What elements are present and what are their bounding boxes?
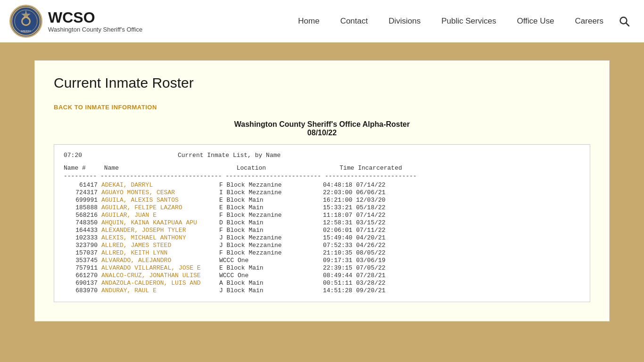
inmate-location: E Block Main xyxy=(219,264,323,272)
col-location-header: Location xyxy=(237,165,336,172)
nav-contact[interactable]: Contact xyxy=(330,16,379,26)
roster-header-title: Washington County Sheriff's Office Alpha… xyxy=(54,120,590,129)
inmate-location: WCCC One xyxy=(219,272,323,279)
inmate-time: 22:03:00 06/06/21 xyxy=(323,189,386,196)
inmate-number: 61417 xyxy=(64,181,101,189)
svg-text:SHERIFF: SHERIFF xyxy=(21,30,31,33)
inmate-number: 157037 xyxy=(64,249,101,256)
inmate-location: J Block Main xyxy=(219,287,323,294)
page-title: Current Inmate Roster xyxy=(54,75,590,91)
inmate-name[interactable]: ALVARADO VILLARREAL, JOSE E xyxy=(101,264,219,272)
main-nav: Home Contact Divisions Public Services O… xyxy=(288,16,635,27)
inmate-name[interactable]: AGUILAR, FELIPE LAZARO xyxy=(101,204,219,211)
inmate-time: 00:51:11 03/28/22 xyxy=(323,280,386,287)
inmate-time: 07:52:33 04/26/22 xyxy=(323,242,386,249)
table-row: 102333ALEXIS, MICHAEL ANTHONYJ Block Mez… xyxy=(64,234,580,241)
inmate-time: 15:49:40 04/20/21 xyxy=(323,234,386,241)
inmate-number: 699991 xyxy=(64,197,101,204)
nav-divisions[interactable]: Divisions xyxy=(378,16,431,26)
roster-box: 07:20 Current Inmate List, by Name Name … xyxy=(54,144,590,302)
tan-divider xyxy=(0,42,644,51)
back-link[interactable]: BACK TO INMATE INFORMATION xyxy=(54,104,157,111)
inmate-name[interactable]: ADEKAI, DARRYL xyxy=(101,181,219,189)
logo-svg: SHERIFF xyxy=(11,6,41,36)
roster-header: Washington County Sheriff's Office Alpha… xyxy=(54,120,590,137)
table-row: 157037ALLRED, KEITH LYNNF Block Mezzanin… xyxy=(64,249,580,256)
inmate-location: A Block Main xyxy=(219,280,323,287)
search-icon xyxy=(619,16,630,27)
roster-separator: --------- ------------------------------… xyxy=(64,173,580,180)
inmate-number: 661270 xyxy=(64,272,101,279)
inmate-location: D Block Main xyxy=(219,219,323,226)
col-num-header: Name # xyxy=(64,165,100,172)
inmate-name[interactable]: ALEXANDER, JOSEPH TYLER xyxy=(101,227,219,234)
inmate-time: 08:49:44 07/28/21 xyxy=(323,272,386,279)
nav-home[interactable]: Home xyxy=(288,16,330,26)
inmate-name[interactable]: ANDURAY, RAUL E xyxy=(101,287,219,294)
inmate-number: 724317 xyxy=(64,189,101,196)
inmate-number: 323790 xyxy=(64,242,101,249)
inmate-name[interactable]: ALVARADO, ALEJANDRO xyxy=(101,257,219,264)
table-row: 185888AGUILAR, FELIPE LAZAROE Block Main… xyxy=(64,204,580,211)
inmate-location: E Block Main xyxy=(219,204,323,211)
inmate-time: 16:21:00 12/03/20 xyxy=(323,197,386,204)
inmate-name[interactable]: ANDAZOLA-CALDERON, LUIS AND xyxy=(101,280,219,287)
inmate-number: 748350 xyxy=(64,219,101,226)
logo-circle: SHERIFF xyxy=(9,5,42,38)
inmate-location: J Block Mezzanine xyxy=(219,234,323,241)
roster-columns: Name # Name Location Time Incarcerated xyxy=(64,165,580,172)
inmate-location: WCCC One xyxy=(219,257,323,264)
site-name: WCSO xyxy=(48,9,142,26)
inmate-location: F Block Mezzanine xyxy=(219,249,323,256)
inmate-location: E Block Main xyxy=(219,197,323,204)
inmate-name[interactable]: ALEXIS, MICHAEL ANTHONY xyxy=(101,234,219,241)
nav-office-use[interactable]: Office Use xyxy=(506,16,564,26)
roster-header-date: 08/10/22 xyxy=(54,129,590,137)
content-card: Current Inmate Roster BACK TO INMATE INF… xyxy=(34,60,610,321)
roster-subtitle xyxy=(86,152,174,159)
inmate-time: 04:48:18 07/14/22 xyxy=(323,181,386,189)
inmate-location: F Block Main xyxy=(219,227,323,234)
inmate-time: 11:18:07 07/14/22 xyxy=(323,212,386,219)
inmate-name[interactable]: AGUILAR, JUAN E xyxy=(101,212,219,219)
table-row: 690137ANDAZOLA-CALDERON, LUIS ANDA Block… xyxy=(64,280,580,287)
site-title: WCSO Washington County Sheriff's Office xyxy=(48,9,142,33)
table-row: 757911ALVARADO VILLARREAL, JOSE EE Block… xyxy=(64,264,580,272)
inmate-location: F Block Mezzanine xyxy=(219,181,323,189)
inmate-name[interactable]: ALLRED, KEITH LYNN xyxy=(101,249,219,256)
inmate-name[interactable]: AHQUIN, KAINA KAAIPUAA APU xyxy=(101,219,219,226)
inmate-time: 14:51:28 09/20/21 xyxy=(323,287,386,294)
inmate-number: 164433 xyxy=(64,227,101,234)
table-row: 353745ALVARADO, ALEJANDROWCCC One09:17:3… xyxy=(64,257,580,264)
inmate-location: F Block Mezzanine xyxy=(219,212,323,219)
inmate-name[interactable]: ANALCO-CRUZ, JONATHAN ULISE xyxy=(101,272,219,279)
table-row: 568216AGUILAR, JUAN EF Block Mezzanine11… xyxy=(64,212,580,219)
inmate-number: 185888 xyxy=(64,204,101,211)
table-row: 683970ANDURAY, RAUL EJ Block Main14:51:2… xyxy=(64,287,580,294)
inmate-time: 15:33:21 05/18/22 xyxy=(323,204,386,211)
col-time-header: Time Incarcerated xyxy=(339,165,402,172)
table-row: 164433ALEXANDER, JOSEPH TYLERF Block Mai… xyxy=(64,227,580,234)
table-row: 323790ALLRED, JAMES STEEDJ Block Mezzani… xyxy=(64,242,580,249)
inmate-number: 690137 xyxy=(64,280,101,287)
inmate-name[interactable]: AGUILA, ALEXIS SANTOS xyxy=(101,197,219,204)
roster-time: 07:20 xyxy=(64,152,82,159)
inmate-name[interactable]: ALLRED, JAMES STEED xyxy=(101,242,219,249)
inmate-time: 21:10:35 08/05/22 xyxy=(323,249,386,256)
inmate-number: 102333 xyxy=(64,234,101,241)
site-header: SHERIFF WCSO Washington County Sheriff's… xyxy=(0,0,644,42)
search-button[interactable] xyxy=(614,16,635,27)
roster-time-line: 07:20 Current Inmate List, by Name xyxy=(64,152,580,159)
roster-rows: 61417ADEKAI, DARRYLF Block Mezzanine04:4… xyxy=(64,181,580,294)
inmate-time: 09:17:31 03/06/19 xyxy=(323,257,386,264)
inmate-location: I Block Mezzanine xyxy=(219,189,323,196)
col-name-header: Name xyxy=(104,165,233,172)
inmate-time: 12:58:31 03/15/22 xyxy=(323,219,386,226)
roster-list-label: Current Inmate List, by Name xyxy=(178,152,281,159)
site-subtitle: Washington County Sheriff's Office xyxy=(48,26,142,33)
nav-public-services[interactable]: Public Services xyxy=(431,16,506,26)
inmate-number: 757911 xyxy=(64,264,101,272)
inmate-name[interactable]: AGUAYO MONTES, CESAR xyxy=(101,189,219,196)
nav-careers[interactable]: Careers xyxy=(565,16,614,26)
table-row: 661270ANALCO-CRUZ, JONATHAN ULISEWCCC On… xyxy=(64,272,580,279)
